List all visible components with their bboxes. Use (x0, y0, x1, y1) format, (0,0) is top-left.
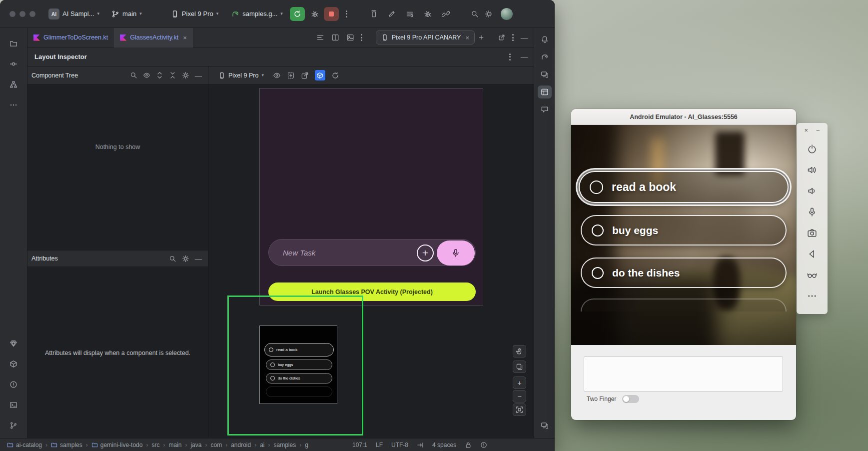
breadcrumb-item[interactable]: gemini-live-todo (91, 442, 143, 448)
stop-app-button[interactable] (324, 7, 339, 21)
indent-size[interactable]: 4 spaces (432, 442, 456, 448)
version-control-tool-button[interactable] (6, 419, 20, 432)
logcat-button[interactable] (403, 7, 417, 21)
notifications-tool-button[interactable] (538, 33, 552, 46)
emulator-input-area[interactable] (584, 356, 783, 392)
emulator-titlebar[interactable]: Android Emulator - AI_Glasses:5556 (571, 109, 796, 125)
phone-screenshot[interactable]: New Task + Launch Glasses POV Activity (… (259, 88, 483, 306)
more-options-button[interactable] (804, 288, 821, 304)
rerun-app-button[interactable] (290, 7, 305, 21)
attach-debugger-button[interactable] (421, 7, 435, 21)
todo-item[interactable]: buy eggs (581, 215, 787, 246)
design-view-button[interactable] (344, 32, 357, 44)
toggle-3d-mode-button[interactable] (315, 70, 325, 80)
gradle-tool-button[interactable] (538, 50, 552, 64)
two-finger-toggle[interactable] (622, 395, 639, 403)
power-button[interactable] (804, 142, 821, 156)
pan-mode-button[interactable] (513, 345, 526, 358)
breadcrumb-item[interactable]: samples (51, 442, 82, 448)
todo-item[interactable]: do the dishes (581, 258, 787, 288)
checkbox-circle-icon[interactable] (592, 224, 604, 236)
project-selector[interactable]: AI AI Sampl... ▾ (48, 8, 99, 20)
zoom-out-button[interactable]: − (513, 390, 526, 402)
mirror-device-button[interactable] (367, 7, 381, 21)
visibility-icon[interactable] (143, 72, 150, 79)
maximize-window-button[interactable] (29, 11, 35, 17)
build-tool-button[interactable] (6, 358, 20, 370)
breadcrumb-item[interactable]: android (231, 442, 251, 448)
tab-options-kebab-icon[interactable] (357, 32, 367, 44)
code-view-button[interactable] (314, 32, 327, 44)
breadcrumb-item[interactable]: ai (260, 442, 264, 448)
target-device-selector[interactable]: Pixel 9 Pro ▾ (171, 10, 218, 18)
close-tab-icon[interactable]: × (183, 34, 187, 42)
search-icon[interactable] (169, 255, 176, 262)
app-insights-tool-button[interactable] (538, 103, 552, 116)
gear-icon[interactable] (182, 255, 189, 262)
line-separator[interactable]: LF (376, 442, 383, 448)
minimize-emulator-icon[interactable]: − (816, 127, 820, 134)
close-emulator-icon[interactable]: × (804, 127, 808, 134)
breadcrumb-item[interactable]: main (168, 442, 181, 448)
microphone-button[interactable] (804, 204, 821, 220)
inspector-options-kebab-icon[interactable] (505, 51, 515, 63)
todo-item[interactable]: read a book (579, 171, 789, 203)
hide-panel-icon[interactable]: — (521, 34, 528, 41)
vcs-branch-selector[interactable]: main ▾ (111, 10, 142, 18)
expand-all-icon[interactable] (156, 72, 163, 79)
hide-tree-icon[interactable]: — (195, 72, 202, 79)
debug-button[interactable] (308, 7, 322, 21)
search-everywhere-button[interactable] (468, 7, 482, 21)
refresh-icon[interactable] (331, 72, 339, 80)
breadcrumb-item[interactable]: com (210, 442, 222, 448)
breadcrumb-item[interactable]: samples (274, 442, 296, 448)
volume-up-button[interactable] (804, 162, 821, 178)
panel-options-kebab-icon[interactable] (508, 32, 518, 44)
breadcrumb-item[interactable]: java (190, 442, 201, 448)
tab-glimmertodoscreen[interactable]: GlimmerToDoScreen.kt (27, 28, 114, 48)
volume-down-button[interactable] (804, 184, 821, 198)
whats-new-button[interactable] (6, 337, 20, 350)
open-in-new-window-button[interactable] (496, 32, 508, 44)
hide-attributes-icon[interactable]: — (195, 255, 202, 262)
user-avatar[interactable] (501, 8, 513, 20)
run-options-kebab-icon[interactable] (342, 8, 352, 20)
project-tool-button[interactable] (6, 37, 20, 50)
device-manager-tool-button[interactable] (538, 68, 552, 81)
file-encoding[interactable]: UTF-8 (391, 442, 408, 448)
snapshot-icon[interactable] (287, 72, 295, 80)
layer-spacing-button[interactable] (513, 360, 526, 373)
lock-icon[interactable] (465, 442, 472, 448)
indent-icon[interactable] (417, 442, 424, 448)
export-snapshot-icon[interactable] (301, 72, 309, 80)
glasses-display-screenshot[interactable]: read a book buy eggs do the dishes (259, 326, 337, 404)
collapse-all-icon[interactable] (169, 72, 176, 79)
glasses-mode-button[interactable] (804, 268, 821, 282)
camera-button[interactable] (804, 226, 821, 240)
emulator-screen[interactable]: read a book buy eggs do the dishes (571, 125, 796, 345)
close-window-button[interactable] (9, 11, 15, 17)
split-view-button[interactable] (329, 32, 342, 44)
problems-tool-button[interactable] (6, 378, 20, 391)
structure-tool-button[interactable] (6, 78, 20, 91)
minimize-window-button[interactable] (19, 11, 25, 17)
process-selector[interactable]: Pixel 9 Pro ▾ (218, 72, 264, 79)
terminal-tool-button[interactable] (6, 398, 20, 412)
hide-inspector-icon[interactable]: — (521, 54, 528, 60)
layout-inspector-tool-button[interactable] (538, 86, 552, 98)
settings-button[interactable] (482, 7, 496, 21)
search-icon[interactable] (130, 72, 137, 79)
breadcrumb-item[interactable]: src (151, 442, 159, 448)
zoom-in-button[interactable]: + (513, 376, 526, 389)
tab-glassesactivity[interactable]: GlassesActivity.kt × (114, 28, 193, 48)
inspector-canvas[interactable]: New Task + Launch Glasses POV Activity (… (208, 84, 534, 438)
breadcrumb-item[interactable]: ai-catalog (7, 442, 42, 448)
running-devices-tool-button[interactable] (538, 419, 552, 432)
caret-position[interactable]: 107:1 (352, 442, 367, 448)
commit-tool-button[interactable] (6, 58, 20, 70)
inspections-icon[interactable] (480, 442, 487, 448)
checkbox-circle-icon[interactable] (590, 180, 603, 194)
pair-device-button[interactable] (439, 7, 453, 21)
close-device-tab-icon[interactable]: × (465, 34, 469, 42)
zoom-to-fit-button[interactable] (513, 404, 526, 416)
